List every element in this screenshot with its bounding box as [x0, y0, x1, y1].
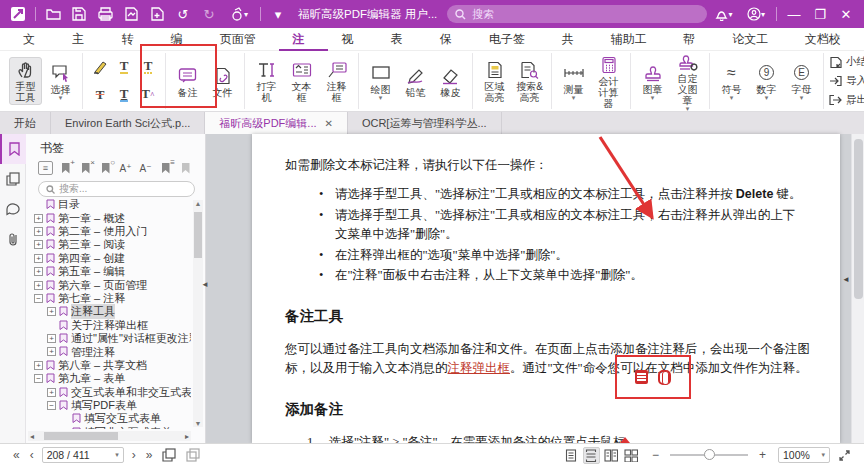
number-button[interactable]: 9 数字 ▾ [750, 61, 783, 102]
bookmark-tree-item[interactable]: 目录 [26, 198, 191, 211]
custom-stamp-button[interactable]: 自定义图章 ▾ [671, 50, 704, 113]
redo-button[interactable]: ↻ [197, 3, 221, 25]
strikeout-tool-button[interactable]: T [88, 82, 112, 108]
fullscreen-button[interactable] [833, 449, 856, 462]
create-pdf-button[interactable] [145, 3, 169, 25]
scroll-left-arrow[interactable]: ◂ [30, 432, 34, 441]
tree-expander-icon[interactable]: + [47, 307, 56, 316]
bookmark-tree-item[interactable]: +第四章 – 创建 [26, 252, 191, 265]
expand-text-button[interactable]: A⁺ [118, 161, 133, 175]
tab-close-icon[interactable]: ✕ [325, 118, 333, 129]
typewriter-button[interactable]: 打字机 [250, 58, 283, 104]
snapshot-button[interactable] [157, 448, 181, 462]
shrink-text-button[interactable]: A⁻ [138, 161, 153, 175]
zoom-level-input[interactable]: 100%▾ [778, 447, 830, 463]
bookmark-tree-item[interactable]: 填写非交互式表单 [26, 426, 191, 429]
zoom-out-button[interactable]: − [647, 448, 664, 462]
bookmark-tree-item[interactable]: −第七章 – 注释 [26, 292, 191, 305]
tree-expander-icon[interactable]: + [34, 361, 43, 370]
continuous-view-button[interactable] [583, 447, 600, 464]
letter-button[interactable]: E 字母 ▾ [785, 61, 818, 102]
tree-expander-icon[interactable]: + [34, 240, 43, 249]
highlight-tool-button[interactable] [88, 54, 112, 80]
zoom-knob[interactable] [704, 449, 715, 460]
bookmark-tree-item[interactable]: +第六章 – 页面管理 [26, 278, 191, 291]
continuous-facing-view-button[interactable] [623, 447, 640, 464]
menu-item[interactable]: 论文工具 [719, 28, 791, 51]
tree-expander-icon[interactable]: + [34, 281, 43, 290]
menu-item[interactable]: 注释 [279, 28, 328, 51]
clipboard-button[interactable] [181, 448, 205, 462]
tree-expander-icon[interactable]: + [34, 214, 43, 223]
bookmark-tree-item[interactable]: +管理注释 [26, 345, 191, 358]
document-tab[interactable]: Environ Earth Sci公式.p... [51, 112, 205, 134]
bookmark-tree-item[interactable]: +第五章 – 编辑 [26, 265, 191, 278]
eraser-button[interactable]: 橡皮 [434, 64, 467, 99]
bookmark-tree-item[interactable]: +第八章 – 共享文档 [26, 359, 191, 372]
panel-vertical-scrollbar[interactable]: ▲ ▼ [193, 200, 203, 427]
scroll-right-arrow[interactable]: ▸ [185, 432, 189, 441]
last-page-button[interactable]: » [141, 448, 158, 462]
menu-item[interactable]: 页面管理 [207, 28, 279, 51]
symbol-button[interactable]: ≈ 符号 ▾ [715, 61, 748, 102]
zoom-track[interactable] [670, 454, 748, 456]
facing-view-button[interactable] [603, 447, 620, 464]
bookmark-tree-item[interactable]: 关于注释弹出框 [26, 319, 191, 332]
scrollbar-thumb[interactable] [194, 212, 202, 258]
zoom-slider[interactable]: − + [647, 448, 771, 462]
tree-expander-icon[interactable]: + [34, 254, 43, 263]
import-comments-button[interactable]: 导入 [829, 72, 864, 90]
search-highlight-button[interactable]: 搜索&高亮 [513, 58, 546, 104]
tree-expander-icon[interactable]: + [34, 267, 43, 276]
find-bookmark-button[interactable]: ○ [98, 161, 113, 175]
replace-text-tool-button[interactable]: T̲ [112, 82, 136, 108]
bookmark-tree-item[interactable]: +通过"属性"对话框更改注释外观 [26, 332, 191, 345]
underline-tool-button[interactable]: T [112, 54, 136, 80]
document-vertical-scrollbar[interactable] [851, 134, 864, 443]
bookmark-tree-item[interactable]: 填写交互式表单 [26, 412, 191, 425]
comments-panel-button[interactable] [0, 194, 26, 224]
notifications-bell-button[interactable]: ▾ [709, 3, 739, 25]
tree-expander-icon[interactable]: − [34, 374, 43, 383]
bookmark-disabled-button[interactable] [178, 161, 193, 175]
select-annotation-button[interactable]: 选择 ▾ [44, 61, 77, 102]
zoom-in-button[interactable]: + [754, 448, 771, 462]
measure-button[interactable]: 测量 ▾ [557, 61, 590, 102]
undo-button[interactable]: ↺ [171, 3, 195, 25]
scrollbar-thumb[interactable] [854, 139, 863, 299]
open-file-button[interactable] [41, 3, 65, 25]
menu-item[interactable]: 保护 [427, 28, 476, 51]
save-button[interactable] [67, 3, 91, 25]
callout-button[interactable]: 注释框 [320, 58, 353, 104]
tree-expander-icon[interactable]: + [47, 388, 56, 397]
document-tab[interactable]: OCR[运筹与管理科学丛... [348, 112, 502, 134]
menu-item[interactable]: 共享 [548, 28, 597, 51]
close-button[interactable]: ✕ [834, 3, 858, 25]
textbox-button[interactable]: 文本框 [285, 58, 318, 104]
add-bookmark-button[interactable]: + [58, 161, 73, 175]
pages-panel-button[interactable] [0, 164, 26, 194]
single-page-view-button[interactable] [563, 447, 580, 464]
menu-item[interactable]: 辅助工具 [598, 28, 670, 51]
menu-item[interactable]: 电子签章 [476, 28, 548, 51]
bookmarks-panel-button[interactable] [0, 134, 26, 164]
print-button[interactable] [93, 3, 117, 25]
maximize-button[interactable]: ❐ [808, 3, 832, 25]
hand-tool-button[interactable]: 手型工具 [9, 57, 42, 105]
accounting-calculator-button[interactable]: 会计计算器 [592, 53, 625, 110]
document-tab[interactable]: 福昕高级PDF编辑...✕ [205, 112, 348, 134]
bookmark-tree-item[interactable]: +交互式表单和非交互式表单 [26, 385, 191, 398]
bookmark-tree-item[interactable]: +注释工具 [26, 305, 191, 318]
page-number-input[interactable]: 208 / 411▾ [42, 447, 124, 463]
drawing-button[interactable]: 绘图 ▾ [364, 61, 397, 102]
tree-expander-icon[interactable]: − [47, 401, 56, 410]
menu-item[interactable]: 视图 [328, 28, 377, 51]
doc-link[interactable]: 注释弹出框 [448, 361, 511, 375]
menu-item[interactable]: 文件 [10, 28, 59, 51]
document-tab[interactable]: 开始 [0, 112, 51, 134]
stamp-button[interactable]: 图章 ▾ [636, 61, 669, 102]
quick-tool-button[interactable]: ▾ [223, 3, 255, 25]
bookmark-label[interactable]: 填写非交互式表单 [84, 425, 172, 429]
bookmark-settings-button[interactable]: ≡ [158, 161, 173, 175]
area-highlight-button[interactable]: 区域高亮 [478, 58, 511, 104]
